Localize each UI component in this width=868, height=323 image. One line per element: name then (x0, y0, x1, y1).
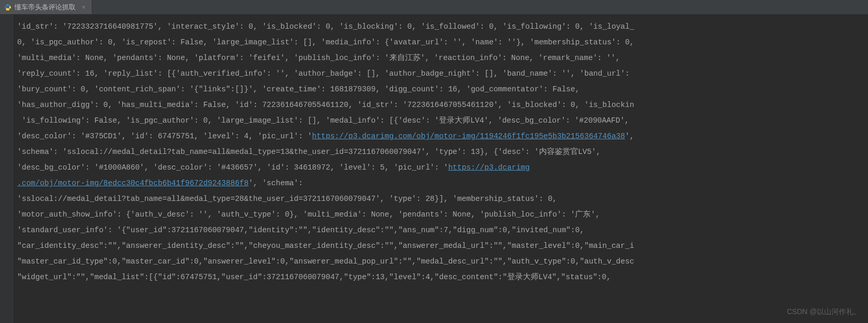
code-line: 'desc_color': '#375CD1', 'id': 67475751,… (17, 128, 868, 144)
url-link[interactable]: https://p3.dcarimg.com/obj/motor-img/119… (312, 132, 625, 140)
watermark: CSDN @以山河作礼。 (787, 307, 861, 317)
code-line: .com/obj/motor-img/8edcc30c4fbcb6b41f967… (17, 175, 868, 191)
code-container[interactable]: 'id_str': '7223323716640981775', 'intera… (13, 15, 868, 323)
code-line: "car_identity_desc":"","answerer_identit… (17, 238, 868, 254)
code-line: 'is_following': False, 'is_pgc_author': … (17, 113, 868, 128)
svg-point-1 (8, 9, 9, 10)
code-content: 'id_str': '7223323716640981775', 'intera… (17, 19, 868, 285)
url-link[interactable]: https://p3.dcarimg (448, 163, 530, 172)
code-line: 'schema': 'sslocal://medal_detail?tab_na… (17, 144, 868, 160)
code-line: 'reply_count': 16, 'reply_list': [{'auth… (17, 66, 868, 81)
code-line: 'motor_auth_show_info': {'auth_v_desc': … (17, 207, 868, 222)
close-tab-icon[interactable]: × (82, 4, 85, 11)
file-tab[interactable]: 懂车帝头条评论抓取 × (0, 0, 92, 14)
editor-area: 'id_str': '7223323716640981775', 'intera… (0, 15, 868, 323)
code-line: 'sslocal://medal_detail?tab_name=all&med… (17, 191, 868, 207)
tab-bar: 懂车帝头条评论抓取 × (0, 0, 868, 15)
svg-point-0 (7, 4, 7, 5)
code-line: "widget_url":"","medal_list":[{"id":6747… (17, 269, 868, 285)
python-file-icon (4, 4, 11, 11)
code-line: 'standard_user_info': '{"user_id":372116… (17, 222, 868, 238)
code-line: 'has_author_digg': 0, 'has_multi_media':… (17, 97, 868, 113)
code-line: 'id_str': '7223323716640981775', 'intera… (17, 19, 868, 34)
code-line: 'multi_media': None, 'pendants': None, '… (17, 50, 868, 66)
code-line: "master_car_id_type":0,"master_car_id":0… (17, 254, 868, 269)
code-line: 0, 'is_pgc_author': 0, 'is_repost': Fals… (17, 34, 868, 50)
tab-title: 懂车帝头条评论抓取 (15, 3, 76, 12)
url-link[interactable]: .com/obj/motor-img/8edcc30c4fbcb6b41f967… (17, 179, 249, 187)
editor-gutter (0, 15, 13, 323)
code-line: 'bury_count': 0, 'content_rich_span': '{… (17, 81, 868, 97)
code-line: 'desc_bg_color': '#1000A860', 'desc_colo… (17, 160, 868, 175)
